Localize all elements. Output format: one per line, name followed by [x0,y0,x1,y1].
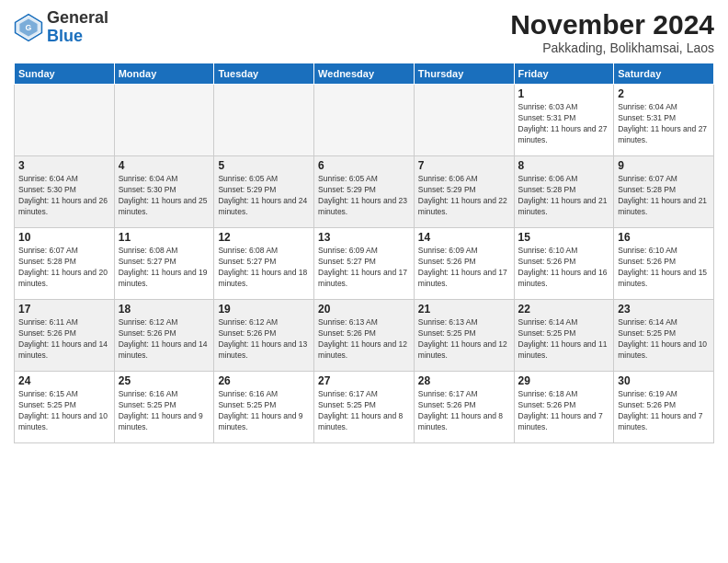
day-number: 17 [18,303,110,316]
day-number: 27 [318,374,410,387]
day-info: Sunrise: 6:12 AM Sunset: 5:26 PM Dayligh… [119,317,210,362]
day-info: Sunrise: 6:11 AM Sunset: 5:26 PM Dayligh… [18,317,110,362]
table-row [314,85,415,156]
day-info: Sunrise: 6:15 AM Sunset: 5:25 PM Dayligh… [18,389,110,433]
day-info: Sunrise: 6:04 AM Sunset: 5:31 PM Dayligh… [618,102,710,146]
day-number: 18 [119,303,210,316]
day-info: Sunrise: 6:08 AM Sunset: 5:27 PM Dayligh… [119,246,210,290]
table-row: 15Sunrise: 6:10 AM Sunset: 5:26 PM Dayli… [514,228,614,300]
day-number: 16 [618,231,710,244]
day-info: Sunrise: 6:06 AM Sunset: 5:28 PM Dayligh… [518,174,610,218]
day-number: 5 [218,159,310,172]
header: G General Blue November 2024 Pakkading, … [14,9,714,55]
day-number: 10 [18,231,110,244]
day-number: 9 [618,159,710,172]
day-info: Sunrise: 6:18 AM Sunset: 5:26 PM Dayligh… [518,389,610,433]
logo-text: General Blue [47,9,108,46]
day-info: Sunrise: 6:16 AM Sunset: 5:25 PM Dayligh… [119,389,210,433]
calendar: Sunday Monday Tuesday Wednesday Thursday… [14,63,714,443]
day-info: Sunrise: 6:16 AM Sunset: 5:25 PM Dayligh… [218,389,310,433]
day-info: Sunrise: 6:07 AM Sunset: 5:28 PM Dayligh… [618,174,710,218]
day-info: Sunrise: 6:05 AM Sunset: 5:29 PM Dayligh… [218,174,310,218]
table-row: 29Sunrise: 6:18 AM Sunset: 5:26 PM Dayli… [514,372,614,443]
table-row: 9Sunrise: 6:07 AM Sunset: 5:28 PM Daylig… [614,156,714,228]
day-number: 29 [518,374,610,387]
logo-general: General [47,8,108,27]
page: G General Blue November 2024 Pakkading, … [0,0,728,563]
day-info: Sunrise: 6:10 AM Sunset: 5:26 PM Dayligh… [618,246,710,290]
day-number: 7 [418,159,510,172]
day-number: 6 [318,159,410,172]
day-info: Sunrise: 6:05 AM Sunset: 5:29 PM Dayligh… [318,174,410,218]
day-number: 23 [618,303,710,316]
table-row [114,85,214,156]
calendar-week-4: 17Sunrise: 6:11 AM Sunset: 5:26 PM Dayli… [15,300,714,372]
calendar-week-2: 3Sunrise: 6:04 AM Sunset: 5:30 PM Daylig… [15,156,714,228]
day-info: Sunrise: 6:06 AM Sunset: 5:29 PM Dayligh… [418,174,510,218]
table-row [214,85,314,156]
day-info: Sunrise: 6:03 AM Sunset: 5:31 PM Dayligh… [518,102,610,146]
col-thursday: Thursday [414,63,514,85]
table-row: 27Sunrise: 6:17 AM Sunset: 5:25 PM Dayli… [314,372,415,443]
table-row: 12Sunrise: 6:08 AM Sunset: 5:27 PM Dayli… [214,228,314,300]
day-number: 21 [418,303,510,316]
table-row: 16Sunrise: 6:10 AM Sunset: 5:26 PM Dayli… [614,228,714,300]
day-number: 20 [318,303,410,316]
table-row: 30Sunrise: 6:19 AM Sunset: 5:26 PM Dayli… [614,372,714,443]
table-row: 20Sunrise: 6:13 AM Sunset: 5:26 PM Dayli… [314,300,415,372]
day-number: 15 [518,231,610,244]
calendar-week-3: 10Sunrise: 6:07 AM Sunset: 5:28 PM Dayli… [15,228,714,300]
logo: G General Blue [14,9,108,46]
day-number: 30 [618,374,710,387]
day-number: 25 [119,374,210,387]
day-info: Sunrise: 6:13 AM Sunset: 5:25 PM Dayligh… [418,317,510,362]
day-number: 14 [418,231,510,244]
day-number: 22 [518,303,610,316]
day-number: 24 [18,374,110,387]
day-info: Sunrise: 6:04 AM Sunset: 5:30 PM Dayligh… [18,174,110,218]
table-row: 3Sunrise: 6:04 AM Sunset: 5:30 PM Daylig… [15,156,115,228]
table-row: 22Sunrise: 6:14 AM Sunset: 5:25 PM Dayli… [514,300,614,372]
col-tuesday: Tuesday [214,63,314,85]
day-number: 3 [18,159,110,172]
day-info: Sunrise: 6:09 AM Sunset: 5:26 PM Dayligh… [418,246,510,290]
day-number: 11 [119,231,210,244]
table-row: 14Sunrise: 6:09 AM Sunset: 5:26 PM Dayli… [414,228,514,300]
col-monday: Monday [114,63,214,85]
day-info: Sunrise: 6:12 AM Sunset: 5:26 PM Dayligh… [218,317,310,362]
col-sunday: Sunday [15,63,115,85]
table-row: 18Sunrise: 6:12 AM Sunset: 5:26 PM Dayli… [114,300,214,372]
day-number: 19 [218,303,310,316]
day-info: Sunrise: 6:19 AM Sunset: 5:26 PM Dayligh… [618,389,710,433]
table-row: 8Sunrise: 6:06 AM Sunset: 5:28 PM Daylig… [514,156,614,228]
table-row: 21Sunrise: 6:13 AM Sunset: 5:25 PM Dayli… [414,300,514,372]
calendar-week-5: 24Sunrise: 6:15 AM Sunset: 5:25 PM Dayli… [15,372,714,443]
table-row [15,85,115,156]
day-info: Sunrise: 6:08 AM Sunset: 5:27 PM Dayligh… [218,246,310,290]
day-info: Sunrise: 6:07 AM Sunset: 5:28 PM Dayligh… [18,246,110,290]
table-row: 4Sunrise: 6:04 AM Sunset: 5:30 PM Daylig… [114,156,214,228]
day-number: 4 [119,159,210,172]
day-number: 28 [418,374,510,387]
day-info: Sunrise: 6:13 AM Sunset: 5:26 PM Dayligh… [318,317,410,362]
col-wednesday: Wednesday [314,63,415,85]
day-number: 12 [218,231,310,244]
day-info: Sunrise: 6:17 AM Sunset: 5:26 PM Dayligh… [418,389,510,433]
day-info: Sunrise: 6:14 AM Sunset: 5:25 PM Dayligh… [518,317,610,362]
col-friday: Friday [514,63,614,85]
table-row: 26Sunrise: 6:16 AM Sunset: 5:25 PM Dayli… [214,372,314,443]
title-block: November 2024 Pakkading, Bolikhamsai, La… [510,9,714,55]
logo-blue: Blue [47,27,83,45]
table-row: 19Sunrise: 6:12 AM Sunset: 5:26 PM Dayli… [214,300,314,372]
col-saturday: Saturday [614,63,714,85]
table-row: 2Sunrise: 6:04 AM Sunset: 5:31 PM Daylig… [614,85,714,156]
table-row: 7Sunrise: 6:06 AM Sunset: 5:29 PM Daylig… [414,156,514,228]
table-row: 25Sunrise: 6:16 AM Sunset: 5:25 PM Dayli… [114,372,214,443]
table-row: 6Sunrise: 6:05 AM Sunset: 5:29 PM Daylig… [314,156,415,228]
calendar-week-1: 1Sunrise: 6:03 AM Sunset: 5:31 PM Daylig… [15,85,714,156]
day-number: 2 [618,87,710,100]
calendar-header-row: Sunday Monday Tuesday Wednesday Thursday… [15,63,714,85]
day-info: Sunrise: 6:04 AM Sunset: 5:30 PM Dayligh… [119,174,210,218]
day-info: Sunrise: 6:10 AM Sunset: 5:26 PM Dayligh… [518,246,610,290]
day-number: 13 [318,231,410,244]
